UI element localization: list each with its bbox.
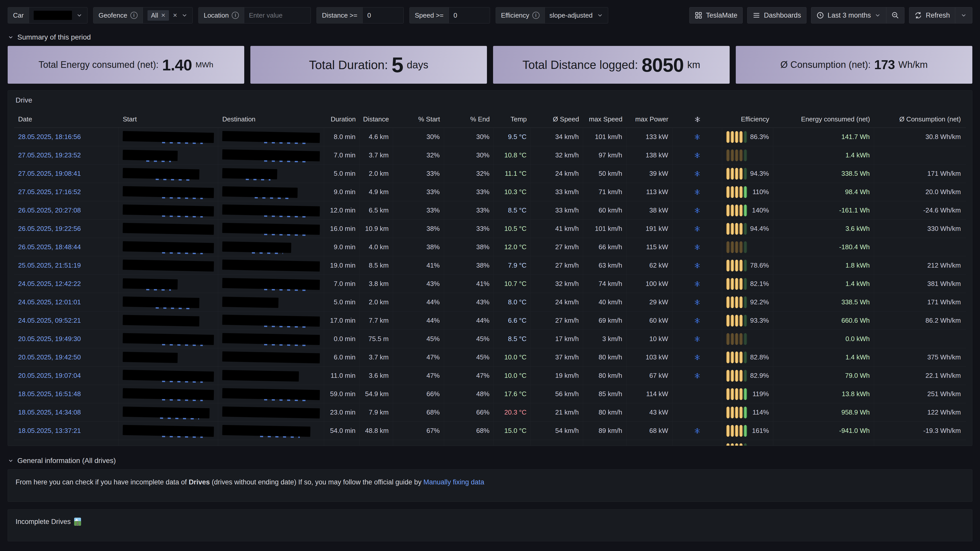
drive-date-link[interactable]: 25.05.2025, 21:51:19 (18, 262, 81, 269)
redacted-destination-location (222, 351, 320, 363)
section-summary[interactable]: Summary of this period (8, 30, 972, 46)
cell-energy: 1.4 kWh (773, 146, 874, 164)
cell-avg-speed: 27 km/h (531, 311, 583, 330)
col-header-start[interactable]: Start (119, 111, 218, 127)
clear-all-icon[interactable]: × (173, 12, 177, 19)
gauge-cell (735, 425, 738, 437)
col-header-pct-end[interactable]: % End (444, 111, 494, 127)
cell-energy: 0.0 kWh (773, 330, 874, 348)
cell-avg-speed: 24 km/h (531, 165, 583, 183)
gauge-cell (731, 168, 734, 179)
drive-date-link[interactable]: 24.05.2025, 12:42:22 (18, 280, 81, 288)
col-header-snowflake[interactable] (673, 111, 722, 127)
manually-fixing-data-link[interactable]: Manually fixing data (423, 478, 484, 486)
cell-start (119, 256, 218, 275)
col-header-duration[interactable]: Duration (324, 111, 360, 127)
stat-unit: Wh/km (898, 59, 928, 70)
drive-date-link[interactable]: 28.05.2025, 18:16:56 (18, 133, 81, 141)
col-header-date[interactable]: Date (14, 111, 119, 127)
drive-date-link[interactable]: 20.05.2025, 19:49:30 (18, 335, 81, 343)
cell-date: 27.05.2025, 17:16:52 (14, 183, 119, 201)
col-header-distance[interactable]: Distance (360, 111, 393, 127)
chevron-down-icon[interactable] (181, 12, 188, 19)
col-header-avg-speed[interactable]: Ø Speed (531, 111, 583, 127)
col-header-max-speed[interactable]: max Speed (583, 111, 627, 127)
col-header-temp[interactable]: Temp (494, 111, 531, 127)
filter-car-value[interactable] (29, 7, 87, 23)
snowflake-icon (694, 262, 700, 269)
cell-pct-end: 47% (444, 367, 494, 385)
refresh-interval-dropdown[interactable] (955, 7, 972, 23)
cell-efficiency: 140% (722, 201, 773, 219)
gauge-cell (726, 278, 730, 290)
drive-date-link[interactable]: 27.05.2025, 17:16:52 (18, 188, 81, 196)
cell-distance: 2.0 km (360, 165, 393, 183)
cell-distance: 3.7 km (360, 348, 393, 366)
drive-date-link[interactable]: 18.05.2025, 14:34:08 (18, 408, 81, 416)
remove-chip-icon[interactable]: × (161, 12, 165, 19)
filter-distance[interactable]: Distance >= 0 (317, 7, 404, 24)
drive-date-link[interactable]: 26.05.2025, 19:22:56 (18, 225, 81, 233)
cell-date (14, 440, 119, 446)
col-header-efficiency[interactable]: Efficiency (722, 111, 773, 127)
time-range-button[interactable]: Last 3 months (811, 7, 886, 23)
filter-distance-input[interactable]: 0 (363, 7, 404, 23)
cell-date: 25.05.2025, 21:51:19 (14, 256, 119, 275)
col-header-pct-start[interactable]: % Start (393, 111, 444, 127)
col-header-destination[interactable]: Destination (218, 111, 324, 127)
refresh-button[interactable]: Refresh (909, 7, 955, 23)
cell-max-power: 103 kW (627, 348, 673, 366)
gauge-cell (735, 223, 738, 235)
filter-geofence[interactable]: Geofence i All × × (93, 7, 192, 24)
drive-date-link[interactable]: 18.05.2025, 13:37:21 (18, 427, 81, 435)
filter-geofence-value[interactable]: All × × (143, 7, 192, 23)
drive-date-link[interactable]: 26.05.2025, 18:48:44 (18, 243, 81, 251)
gauge-cell (744, 351, 747, 363)
cell-efficiency: 94.3% (722, 165, 773, 183)
redacted-destination-location (222, 186, 298, 198)
filter-efficiency[interactable]: Efficiency i slope-adjusted (496, 7, 608, 24)
geofence-chip-all[interactable]: All × (148, 10, 169, 21)
drive-date-link[interactable]: 20.05.2025, 19:07:04 (18, 372, 81, 380)
drive-date-link[interactable]: 24.05.2025, 09:52:21 (18, 317, 81, 324)
cell-pct-end: 33% (444, 201, 494, 219)
gauge-cell (731, 149, 734, 161)
drive-date-link[interactable]: 24.05.2025, 12:01:01 (18, 298, 81, 306)
gauge-cell (739, 407, 743, 418)
gauge-cell (744, 315, 747, 327)
cell-temp: 9.5 °C (494, 128, 531, 146)
filter-location[interactable]: Location i Enter value (198, 7, 311, 24)
gauge-cell (744, 186, 747, 198)
cell-pct-start: 41% (393, 256, 444, 275)
gauge-cell (726, 223, 730, 235)
filter-speed-input[interactable]: 0 (449, 7, 490, 23)
col-header-consumption[interactable]: Ø Consumption (net) (874, 111, 965, 127)
filter-location-input[interactable]: Enter value (244, 7, 310, 23)
drive-date-link[interactable]: 20.05.2025, 19:42:50 (18, 353, 81, 361)
col-header-max-power[interactable]: max Power (627, 111, 673, 127)
redacted-destination-location (222, 149, 320, 161)
drive-date-link[interactable]: 26.05.2025, 20:27:08 (18, 206, 81, 214)
drive-date-link[interactable]: 27.05.2025, 19:08:41 (18, 170, 81, 178)
cell-pct-start: 44% (393, 311, 444, 330)
drive-date-link[interactable]: 18.05.2025, 16:51:48 (18, 390, 81, 398)
cell-energy: 141.7 Wh (773, 128, 874, 146)
gauge-cell (731, 297, 734, 308)
teslamate-button[interactable]: TeslaMate (689, 7, 743, 24)
section-general[interactable]: General information (All drives) (8, 453, 972, 469)
filter-efficiency-value[interactable]: slope-adjusted (545, 7, 608, 23)
zoom-out-time-button[interactable] (886, 7, 904, 23)
dashboards-button[interactable]: Dashboards (747, 7, 807, 24)
cell-max-power: 10 kW (627, 330, 673, 348)
gauge-cell (726, 370, 730, 382)
chevron-down-icon (8, 34, 14, 40)
cell-date: 20.05.2025, 19:49:30 (14, 330, 119, 348)
cell-duration: 0.0 min (324, 330, 360, 348)
col-header-energy[interactable]: Energy consumed (net) (773, 111, 874, 127)
drive-date-link[interactable]: 27.05.2025, 19:23:52 (18, 151, 81, 159)
table-body: 28.05.2025, 18:16:568.0 min4.6 km30%30%9… (14, 128, 966, 446)
redacted-destination-location (222, 297, 279, 308)
filter-car[interactable]: Car (8, 7, 88, 24)
cell-start (119, 311, 218, 330)
filter-speed[interactable]: Speed >= 0 (409, 7, 490, 24)
